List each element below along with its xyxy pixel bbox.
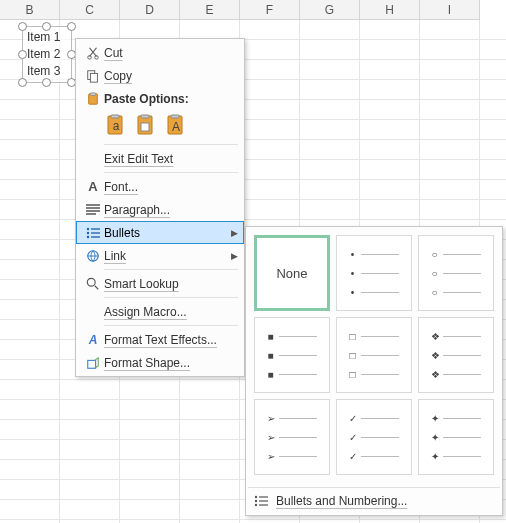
paste-text-only[interactable]: A xyxy=(164,112,188,138)
cell[interactable] xyxy=(420,200,480,220)
cell[interactable] xyxy=(480,200,506,220)
resize-handle[interactable] xyxy=(18,50,27,59)
menu-paragraph[interactable]: Paragraph... xyxy=(76,198,244,221)
cell[interactable] xyxy=(180,380,240,400)
cell[interactable] xyxy=(360,160,420,180)
cell[interactable] xyxy=(240,60,300,80)
cell[interactable] xyxy=(420,20,480,40)
col-header[interactable]: F xyxy=(240,0,300,20)
cell[interactable] xyxy=(0,240,60,260)
cell[interactable] xyxy=(0,460,60,480)
cell[interactable] xyxy=(360,60,420,80)
bullet-option-diamond[interactable]: ❖❖❖ xyxy=(418,317,494,393)
cell[interactable] xyxy=(180,400,240,420)
cell[interactable] xyxy=(420,140,480,160)
col-header[interactable]: E xyxy=(180,0,240,20)
cell[interactable] xyxy=(60,440,120,460)
cell[interactable] xyxy=(480,60,506,80)
cell[interactable] xyxy=(360,140,420,160)
cell[interactable] xyxy=(0,100,60,120)
cell[interactable] xyxy=(240,100,300,120)
cell[interactable] xyxy=(0,340,60,360)
cell[interactable] xyxy=(0,380,60,400)
cell[interactable] xyxy=(180,20,240,40)
cell[interactable] xyxy=(180,500,240,520)
cell[interactable] xyxy=(240,160,300,180)
cell[interactable] xyxy=(120,480,180,500)
cell[interactable] xyxy=(0,220,60,240)
cell[interactable] xyxy=(480,40,506,60)
cell[interactable] xyxy=(0,360,60,380)
col-header[interactable]: C xyxy=(60,0,120,20)
cell[interactable] xyxy=(300,100,360,120)
cell[interactable] xyxy=(480,80,506,100)
cell[interactable] xyxy=(180,420,240,440)
cell[interactable] xyxy=(60,460,120,480)
cell[interactable] xyxy=(240,200,300,220)
cell[interactable] xyxy=(420,160,480,180)
bullets-and-numbering[interactable]: Bullets and Numbering... xyxy=(248,487,500,513)
paste-keep-source[interactable]: a xyxy=(104,112,128,138)
menu-copy[interactable]: Copy xyxy=(76,64,244,87)
menu-format-text-effects[interactable]: A Format Text Effects... xyxy=(76,328,244,351)
bullet-option-hollow-square[interactable]: □□□ xyxy=(336,317,412,393)
cell[interactable] xyxy=(0,160,60,180)
cell[interactable] xyxy=(240,80,300,100)
cell[interactable] xyxy=(360,200,420,220)
cell[interactable] xyxy=(180,440,240,460)
menu-cut[interactable]: Cut xyxy=(76,41,244,64)
cell[interactable] xyxy=(360,20,420,40)
cell[interactable] xyxy=(300,120,360,140)
cell[interactable] xyxy=(60,500,120,520)
col-header[interactable]: I xyxy=(420,0,480,20)
bullet-option-square[interactable]: ■■■ xyxy=(254,317,330,393)
menu-format-shape[interactable]: Format Shape... xyxy=(76,351,244,374)
cell[interactable] xyxy=(0,500,60,520)
cell[interactable] xyxy=(240,180,300,200)
textbox-shape[interactable]: Item 1 Item 2 Item 3 xyxy=(22,26,72,83)
bullet-option-none[interactable]: None xyxy=(254,235,330,311)
resize-handle[interactable] xyxy=(42,22,51,31)
cell[interactable] xyxy=(0,320,60,340)
cell[interactable] xyxy=(240,120,300,140)
cell[interactable] xyxy=(120,400,180,420)
menu-bullets[interactable]: Bullets ▶ xyxy=(76,221,244,244)
cell[interactable] xyxy=(480,140,506,160)
bullet-option-disc[interactable]: ••• xyxy=(336,235,412,311)
col-header[interactable]: B xyxy=(0,0,60,20)
cell[interactable] xyxy=(300,20,360,40)
cell[interactable] xyxy=(60,400,120,420)
cell[interactable] xyxy=(420,180,480,200)
cell[interactable] xyxy=(300,180,360,200)
cell[interactable] xyxy=(240,20,300,40)
cell[interactable] xyxy=(300,160,360,180)
cell[interactable] xyxy=(120,420,180,440)
cell[interactable] xyxy=(120,380,180,400)
cell[interactable] xyxy=(420,100,480,120)
resize-handle[interactable] xyxy=(18,78,27,87)
col-header[interactable]: D xyxy=(120,0,180,20)
cell[interactable] xyxy=(300,60,360,80)
cell[interactable] xyxy=(60,420,120,440)
cell[interactable] xyxy=(300,200,360,220)
cell[interactable] xyxy=(120,500,180,520)
cell[interactable] xyxy=(0,400,60,420)
cell[interactable] xyxy=(0,260,60,280)
bullet-option-star[interactable]: ✦✦✦ xyxy=(418,399,494,475)
bullet-option-check[interactable]: ✓✓✓ xyxy=(336,399,412,475)
menu-smart-lookup[interactable]: Smart Lookup xyxy=(76,272,244,295)
cell[interactable] xyxy=(420,60,480,80)
cell[interactable] xyxy=(420,40,480,60)
cell[interactable] xyxy=(60,380,120,400)
paste-picture[interactable] xyxy=(134,112,158,138)
cell[interactable] xyxy=(360,40,420,60)
cell[interactable] xyxy=(480,120,506,140)
col-header[interactable]: G xyxy=(300,0,360,20)
cell[interactable] xyxy=(0,480,60,500)
bullet-option-circle[interactable]: ○○○ xyxy=(418,235,494,311)
cell[interactable] xyxy=(480,160,506,180)
cell[interactable] xyxy=(300,140,360,160)
cell[interactable] xyxy=(360,80,420,100)
resize-handle[interactable] xyxy=(42,78,51,87)
cell[interactable] xyxy=(0,120,60,140)
